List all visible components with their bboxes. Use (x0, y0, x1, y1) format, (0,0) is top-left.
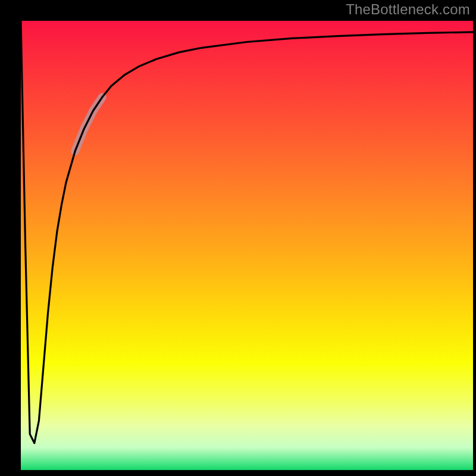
plot-area (21, 21, 473, 470)
chart-frame: TheBottleneck.com (0, 0, 476, 476)
watermark-text: TheBottleneck.com (346, 1, 470, 18)
curve-layer (21, 21, 473, 470)
bottleneck-curve (21, 21, 473, 443)
